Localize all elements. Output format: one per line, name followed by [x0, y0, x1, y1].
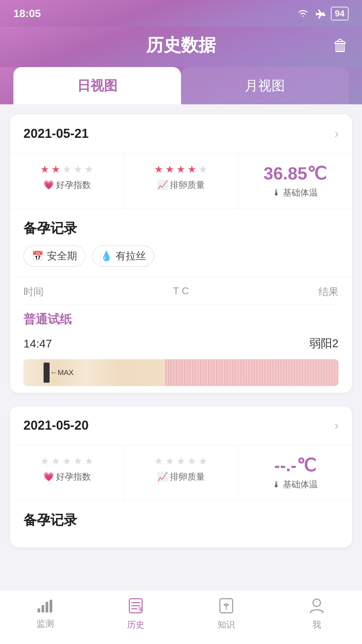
- status-time: 18:05: [13, 7, 41, 20]
- pregnancy-record-2: 备孕记录: [10, 501, 352, 547]
- record-tags-1: 📅 安全期 💧 有拉丝: [23, 246, 339, 267]
- test-section-1: 时间 T C 结果 普通试纸 14:47 弱阳2 ←MAX: [10, 277, 352, 386]
- pregnancy-stars-1: ★ ★ ★ ★ ★: [17, 163, 117, 175]
- nav-item-knowledge[interactable]: 知识: [181, 591, 272, 637]
- main-content: 2021-05-21 › ★ ★ ★ ★ ★ 💗 好孕指数: [0, 104, 362, 614]
- temp-value-1: 36.85℃: [245, 163, 345, 183]
- nav-label-history: 历史: [127, 619, 144, 631]
- svg-rect-2: [46, 602, 48, 612]
- test-type-1: 普通试纸: [23, 305, 339, 331]
- star-5: ★: [84, 163, 94, 175]
- delete-button[interactable]: 🗑: [333, 36, 349, 55]
- test-time-1: 14:47: [23, 337, 52, 350]
- test-result-1: 弱阳2: [309, 336, 339, 351]
- ovulation-stars-1: ★ ★ ★ ★ ★: [131, 163, 231, 175]
- page-title: 历史数据: [146, 34, 216, 57]
- star-4: ★: [73, 163, 82, 175]
- ostar-3: ★: [176, 163, 185, 175]
- svg-rect-1: [42, 605, 44, 612]
- pregnancy-record-1: 备孕记录 📅 安全期 💧 有拉丝: [10, 209, 352, 277]
- airplane-icon: [315, 8, 325, 19]
- stat-pregnancy-index-1: ★ ★ ★ ★ ★ 💗 好孕指数: [10, 153, 124, 209]
- page-header: 历史数据 🗑: [0, 27, 362, 67]
- nav-label-profile: 我: [312, 619, 321, 631]
- tab-day-view[interactable]: 日视图: [13, 67, 181, 104]
- pregnancy-stars-2: ★ ★ ★ ★ ★: [17, 455, 117, 467]
- p2star-2: ★: [51, 455, 60, 467]
- heart-icon-2: 💗: [43, 472, 54, 482]
- stat-temp-2: --.-℃ 🌡 基础体温: [238, 445, 352, 500]
- star-1: ★: [40, 163, 49, 175]
- pregnancy-label-1: 💗 好孕指数: [17, 179, 117, 191]
- o2star-2: ★: [165, 455, 174, 467]
- ostar-5: ★: [198, 163, 207, 175]
- chart-icon-2: 📈: [157, 472, 168, 482]
- record-title-1: 备孕记录: [23, 219, 339, 237]
- strip-mark: [44, 363, 50, 383]
- history-card-2: 2021-05-20 › ★ ★ ★ ★ ★ 💗 好孕指数: [10, 406, 352, 547]
- nav-label-monitor: 监测: [37, 618, 54, 630]
- ostar-1: ★: [154, 163, 163, 175]
- knowledge-icon: [218, 597, 235, 615]
- stats-row-2: ★ ★ ★ ★ ★ 💗 好孕指数 ★ ★ ★ ★ ★: [10, 445, 352, 501]
- history-icon: [127, 597, 144, 615]
- star-3: ★: [62, 163, 71, 175]
- stat-ovulation-1: ★ ★ ★ ★ ★ 📈 排卵质量: [124, 153, 238, 209]
- test-row-1: 14:47 弱阳2: [23, 331, 339, 356]
- thermometer-icon: 🌡: [272, 187, 281, 198]
- chevron-right-icon-1: ›: [335, 127, 339, 141]
- col-tc: T C: [173, 285, 189, 299]
- bottom-nav: 监测 历史 知识: [0, 590, 362, 644]
- ovulation-label-2: 📈 排卵质量: [131, 471, 231, 483]
- nav-label-knowledge: 知识: [218, 619, 235, 631]
- chevron-right-icon-2: ›: [335, 419, 339, 433]
- tag-safe-period: 📅 安全期: [23, 246, 85, 267]
- nav-item-profile[interactable]: 我: [272, 591, 362, 637]
- tag-mucus: 💧 有拉丝: [92, 246, 154, 267]
- p2star-1: ★: [40, 455, 49, 467]
- ostar-2: ★: [165, 163, 174, 175]
- card-header-2[interactable]: 2021-05-20 ›: [10, 406, 352, 445]
- battery-indicator: 94: [331, 7, 349, 20]
- ovulation-label-1: 📈 排卵质量: [131, 179, 231, 191]
- o2star-5: ★: [198, 455, 207, 467]
- status-right: 94: [297, 7, 349, 20]
- nav-item-monitor[interactable]: 监测: [0, 591, 90, 637]
- o2star-3: ★: [176, 455, 185, 467]
- tab-month-view[interactable]: 月视图: [181, 67, 349, 104]
- stat-pregnancy-index-2: ★ ★ ★ ★ ★ 💗 好孕指数: [10, 445, 124, 500]
- temp-label-1: 🌡 基础体温: [245, 187, 345, 199]
- pregnancy-label-2: 💗 好孕指数: [17, 471, 117, 483]
- temp-value-2: --.-℃: [245, 455, 345, 475]
- card-date-2: 2021-05-20: [23, 418, 88, 433]
- ostar-4: ★: [187, 163, 196, 175]
- col-time: 时间: [23, 285, 44, 299]
- svg-rect-0: [38, 608, 40, 612]
- stat-ovulation-2: ★ ★ ★ ★ ★ 📈 排卵质量: [124, 445, 238, 500]
- heart-icon: 💗: [43, 180, 54, 190]
- status-bar: 18:05 94: [0, 0, 362, 27]
- monitor-icon: [37, 598, 54, 614]
- strip-lines: [165, 359, 339, 386]
- col-result: 结果: [318, 285, 339, 299]
- drop-icon: 💧: [101, 251, 112, 262]
- nav-item-history[interactable]: 历史: [90, 591, 181, 637]
- record-title-2: 备孕记录: [23, 511, 339, 529]
- o2star-1: ★: [154, 455, 163, 467]
- star-2: ★: [51, 163, 60, 175]
- stats-row-1: ★ ★ ★ ★ ★ 💗 好孕指数 ★ ★ ★ ★ ★: [10, 153, 352, 209]
- test-table-header: 时间 T C 结果: [23, 277, 339, 305]
- calendar-icon: 📅: [32, 251, 44, 262]
- o2star-4: ★: [187, 455, 196, 467]
- card-header-1[interactable]: 2021-05-21 ›: [10, 114, 352, 153]
- card-date-1: 2021-05-21: [23, 126, 88, 141]
- svg-rect-3: [50, 600, 52, 612]
- stat-temp-1: 36.85℃ 🌡 基础体温: [238, 153, 352, 209]
- temp-label-2: 🌡 基础体温: [245, 479, 345, 490]
- p2star-5: ★: [84, 455, 94, 467]
- test-strip-image: ←MAX: [23, 359, 339, 386]
- chart-icon: 📈: [157, 180, 168, 190]
- ovulation-stars-2: ★ ★ ★ ★ ★: [131, 455, 231, 467]
- strip-arrow-icon: ←MAX: [50, 368, 74, 377]
- p2star-4: ★: [73, 455, 82, 467]
